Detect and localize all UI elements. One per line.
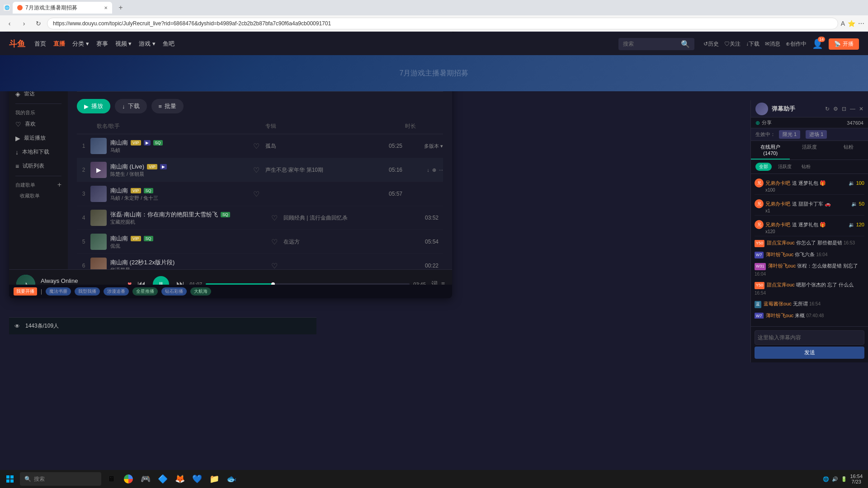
new-tab-btn[interactable]: +	[115, 2, 127, 14]
multiversion-btn[interactable]: 多版本 ▾	[424, 143, 443, 150]
danmu-tab-online[interactable]: 在线用户(1470)	[751, 141, 790, 160]
song-row[interactable]: 2 ▶ 南山南 (Live) VIP ▶ 陈楚生 / 张朝晨 ♡ 声生不息·家年…	[77, 158, 443, 182]
song-time-5: 05:54	[387, 239, 443, 245]
start-button[interactable]	[2, 471, 18, 487]
sidebar-item-recent[interactable]: ▶ 最近播放	[9, 131, 68, 145]
song-row[interactable]: 3 南山南 VIP SQ 马頔 / 朱定野 / 兔十三 ♡ 05:57	[77, 182, 443, 206]
taskbar-app-8[interactable]: 🐟	[223, 471, 240, 487]
open-broadcast-btn[interactable]: 📡 开播	[829, 38, 859, 50]
chat-user-2: 薄叶纷飞ouc	[766, 252, 794, 257]
more-action-2[interactable]: ···	[439, 167, 443, 173]
download-icon-h[interactable]: ↓下载	[746, 40, 760, 48]
bottom-pill-sea[interactable]: 大航海	[190, 287, 211, 296]
browser-tab[interactable]: 7月游戏主播暑期招募 ✕	[13, 2, 112, 14]
play-all-button[interactable]: ▶ 播放	[77, 99, 110, 113]
msg-icon[interactable]: ✉消息	[765, 40, 780, 48]
danmu-tab-fans[interactable]: 钻粉	[829, 141, 868, 160]
song-fav-6[interactable]: ♡	[265, 262, 283, 270]
extensions-icon[interactable]: A	[841, 20, 845, 27]
add-action-2[interactable]: ⊕	[432, 167, 436, 173]
taskbar-app-4[interactable]: 🔷	[155, 471, 171, 487]
song-cover-1	[90, 138, 107, 154]
taskbar-app-1[interactable]: 🖥	[103, 471, 119, 487]
danmu-send-btn[interactable]: 发送	[755, 347, 864, 359]
batch-button[interactable]: ≡ 批量	[151, 99, 184, 113]
song-title-3: 南山南 VIP SQ	[110, 187, 247, 195]
douyu-banner[interactable]: 7月游戏主播暑期招募	[0, 55, 868, 91]
bottom-pill-magic[interactable]: 魔法书册	[46, 287, 71, 296]
song-fav-3[interactable]: ♡	[247, 190, 265, 198]
danmu-status-live: 生效中：	[755, 131, 775, 138]
bottom-pill-diamond[interactable]: 钻石彩播	[161, 287, 187, 296]
taskbar-search[interactable]: 🔍 搜索	[20, 472, 101, 486]
danmu-online-tab-all[interactable]: 全部	[755, 163, 772, 171]
back-btn[interactable]: ‹	[4, 18, 15, 29]
nav-live[interactable]: 直播	[53, 40, 65, 48]
song-row[interactable]: 1 南山南 VIP ▶ SQ 马頔 ♡ 孤岛 05:25 多版本 ▾	[77, 134, 443, 158]
settings-icon[interactable]: ⚙	[833, 106, 838, 112]
taskbar-app-5[interactable]: 🦊	[172, 471, 188, 487]
pop-icon[interactable]: ⊡	[842, 106, 846, 112]
song-fav-2[interactable]: ♡	[247, 166, 265, 174]
song-album-4: 回顾经典 | 流行金曲回忆杀	[283, 214, 387, 222]
douyu-search-input[interactable]	[623, 41, 677, 47]
song-title-5: 南山南 VIP SQ	[110, 235, 265, 243]
favorites-icon[interactable]: ⭐	[848, 20, 855, 27]
more-icon[interactable]: ⋯	[858, 20, 864, 27]
chat-user-3: 薄叶纷飞ouc	[768, 263, 796, 268]
song-fav-5[interactable]: ♡	[265, 238, 283, 246]
nav-fishbar[interactable]: 鱼吧	[163, 40, 175, 48]
song-row[interactable]: 5 南山南 VIP SQ 侃侃 ♡ 在远方 05:54	[77, 230, 443, 254]
taskbar-app-3[interactable]: 🎮	[137, 471, 154, 487]
danmu-minimize-icon[interactable]: —	[850, 106, 855, 112]
playlist-add-icon[interactable]: +	[57, 181, 61, 189]
history-icon[interactable]: ↺历史	[703, 40, 719, 48]
nav-game[interactable]: 游戏 ▾	[139, 40, 156, 48]
taskbar-app-6[interactable]: 💙	[189, 471, 205, 487]
nav-competition[interactable]: 赛事	[96, 40, 108, 48]
bottom-pill-type[interactable]: 我型我播	[75, 287, 100, 296]
sidebar-item-listen[interactable]: ≡ 试听列表	[9, 159, 68, 173]
douyu-search-icon[interactable]: 🔍	[681, 40, 690, 48]
nav-video[interactable]: 视频 ▾	[115, 40, 132, 48]
chat-user-6: 薄叶纷飞ouc	[766, 313, 794, 318]
sidebar-item-favorites[interactable]: ♡ 喜欢	[9, 117, 68, 131]
taskbar-app-7[interactable]: 📁	[206, 471, 222, 487]
sidebar-item-local[interactable]: ↓ 本地和下载	[9, 145, 68, 159]
download-action-2[interactable]: ↓	[427, 167, 429, 173]
danmu-close-icon[interactable]: ✕	[859, 106, 863, 112]
refresh-icon[interactable]: ↻	[825, 106, 830, 112]
user-avatar-icon[interactable]: 👤 14	[812, 38, 823, 49]
download-button[interactable]: ↓ 下载	[115, 99, 147, 113]
danmu-online-tab-fans2[interactable]: 钻粉	[798, 163, 814, 171]
entry-label[interactable]: 进场 1	[806, 130, 827, 139]
filter-label[interactable]: 限光 1	[779, 130, 800, 139]
follow-icon[interactable]: ♡关注	[724, 40, 741, 48]
song-artist-4: 宝藏挖掘机	[110, 219, 265, 225]
tab-close-btn[interactable]: ✕	[104, 5, 108, 10]
song-fav-4[interactable]: ♡	[265, 214, 283, 222]
bottom-pill-crossover[interactable]: 涉漫追番	[104, 287, 129, 296]
bottom-pill-star[interactable]: 全星推播	[132, 287, 158, 296]
create-icon[interactable]: ⊕创作中	[786, 40, 807, 48]
svg-rect-0	[6, 475, 9, 479]
song-fav-1[interactable]: ♡	[247, 142, 265, 150]
douyu-search: 🔍	[618, 38, 694, 50]
url-bar[interactable]: https://www.douyu.com/topic/JulyRecruit_…	[47, 18, 838, 29]
refresh-btn[interactable]: ↻	[33, 18, 44, 29]
danmu-tab-activity[interactable]: 活跃度	[790, 141, 829, 160]
bottom-tag-open[interactable]: 我要开播	[14, 287, 37, 296]
danmu-online-tab-active[interactable]: 活跃度	[774, 163, 795, 171]
song-details-5: 南山南 VIP SQ 侃侃	[110, 235, 265, 249]
live-icon: 📡	[834, 41, 841, 47]
share-text[interactable]: 分享	[762, 119, 772, 126]
nav-category[interactable]: 分类 ▾	[72, 40, 89, 48]
forward-btn[interactable]: ›	[18, 18, 30, 29]
taskbar-app-browser[interactable]	[120, 471, 137, 487]
play-icon: ▶	[84, 103, 89, 110]
song-row[interactable]: 4 张磊·南山南：你在南方的艳阳里大雪纷飞 SQ 宝藏挖掘机 ♡ 回顾经典 | …	[77, 206, 443, 230]
danmu-input[interactable]	[755, 330, 864, 345]
nav-home[interactable]: 首页	[34, 40, 46, 48]
my-music-label: 我的音乐	[9, 107, 68, 117]
song-cover-4	[90, 210, 107, 226]
